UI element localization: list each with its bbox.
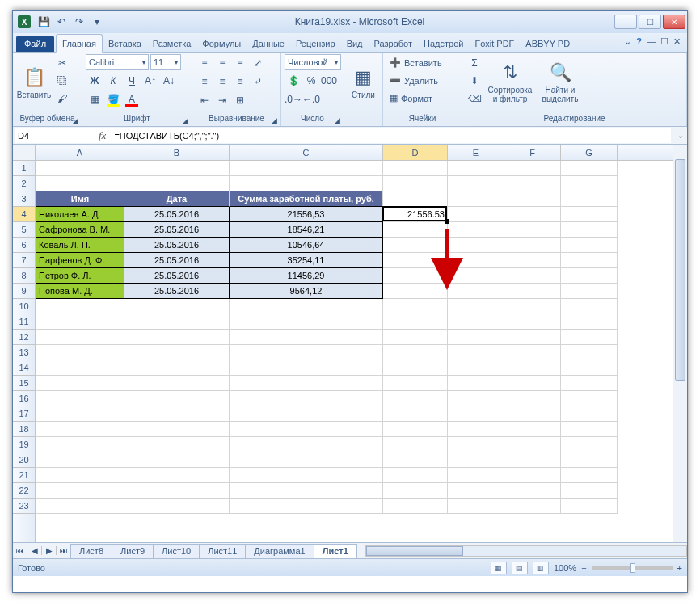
cell-B3[interactable]: Дата [124, 191, 230, 207]
cell-B6[interactable]: 25.05.2016 [124, 238, 230, 253]
cell-E22[interactable] [448, 483, 504, 499]
cell-B18[interactable] [124, 422, 230, 437]
paste-button[interactable]: 📋 Вставить [16, 54, 52, 109]
cell-B22[interactable] [124, 483, 230, 499]
qat-customize[interactable]: ▾ [89, 14, 105, 30]
row-header-2[interactable]: 2 [13, 176, 35, 191]
orientation-button[interactable]: ⤢ [249, 54, 267, 71]
row-header-17[interactable]: 17 [13, 406, 35, 422]
format-painter-button[interactable]: 🖌 [53, 90, 71, 107]
cell-F8[interactable] [504, 268, 561, 284]
increase-indent-button[interactable]: ⇥ [213, 91, 231, 108]
cell-D11[interactable] [383, 314, 448, 330]
row-header-4[interactable]: 4 [13, 207, 35, 222]
cell-E16[interactable] [448, 391, 504, 406]
expand-formula-icon[interactable]: ⌄ [673, 127, 687, 144]
cell-C9[interactable]: 9564,12 [230, 284, 383, 299]
cell-C17[interactable] [230, 406, 383, 422]
cell-D15[interactable] [383, 376, 448, 391]
sheet-tab-Диаграмма1[interactable]: Диаграмма1 [245, 544, 314, 558]
cell-B21[interactable] [124, 468, 230, 483]
qat-undo[interactable]: ↶ [53, 14, 70, 30]
cell-F22[interactable] [504, 483, 561, 499]
fill-handle[interactable] [445, 219, 449, 224]
cell-E19[interactable] [448, 437, 504, 452]
cell-D12[interactable] [383, 330, 448, 345]
cell-A11[interactable] [36, 314, 124, 330]
cell-E17[interactable] [448, 406, 504, 422]
cell-D14[interactable] [383, 360, 448, 376]
cell-G19[interactable] [561, 437, 618, 452]
cell-F11[interactable] [504, 314, 561, 330]
cell-D18[interactable] [383, 422, 448, 437]
cell-B12[interactable] [124, 330, 230, 345]
cell-E7[interactable] [448, 253, 504, 268]
sheet-tab-Лист1[interactable]: Лист1 [314, 544, 357, 558]
cell-E12[interactable] [448, 330, 504, 345]
worksheet-grid[interactable]: ABCDEFG 12345678910111213141516171819202… [13, 145, 687, 542]
cell-C4[interactable]: 21556,53 [230, 207, 383, 222]
cell-B17[interactable] [124, 406, 230, 422]
merge-button[interactable]: ⊞ [231, 91, 249, 108]
vertical-scrollbar[interactable] [673, 145, 687, 542]
cell-F23[interactable] [504, 499, 561, 514]
cell-A21[interactable] [36, 468, 124, 483]
col-header-G[interactable]: G [561, 145, 618, 160]
cell-G7[interactable] [561, 253, 618, 268]
cell-E18[interactable] [448, 422, 504, 437]
launcher-icon[interactable]: ◢ [183, 116, 188, 124]
cell-F21[interactable] [504, 468, 561, 483]
maximize-button[interactable]: ☐ [639, 15, 661, 29]
cell-B14[interactable] [124, 360, 230, 376]
row-header-15[interactable]: 15 [13, 376, 35, 391]
cell-D16[interactable] [383, 391, 448, 406]
cell-C19[interactable] [230, 437, 383, 452]
cell-A10[interactable] [36, 299, 124, 314]
cell-G9[interactable] [561, 284, 618, 299]
cell-A12[interactable] [36, 330, 124, 345]
copy-button[interactable]: ⿻ [53, 72, 71, 89]
col-header-F[interactable]: F [504, 145, 561, 160]
cell-C21[interactable] [230, 468, 383, 483]
pagebreak-view-button[interactable]: ▥ [533, 562, 549, 574]
row-header-11[interactable]: 11 [13, 314, 35, 330]
cell-A14[interactable] [36, 360, 124, 376]
italic-button[interactable]: К [104, 72, 122, 89]
cell-E5[interactable] [448, 222, 504, 238]
doc-max-icon[interactable]: ☐ [660, 36, 668, 47]
row-header-1[interactable]: 1 [13, 161, 35, 176]
cell-F9[interactable] [504, 284, 561, 299]
zoom-in-button[interactable]: + [677, 563, 682, 573]
cell-B16[interactable] [124, 391, 230, 406]
cell-C8[interactable]: 11456,29 [230, 268, 383, 284]
cell-A8[interactable]: Петров Ф. Л. [36, 268, 124, 284]
cell-F14[interactable] [504, 360, 561, 376]
cell-C1[interactable] [230, 161, 383, 176]
col-header-B[interactable]: B [124, 145, 230, 160]
decrease-decimal-button[interactable]: ←.0 [302, 90, 320, 107]
tab-рецензир[interactable]: Рецензир [290, 35, 341, 52]
cell-C14[interactable] [230, 360, 383, 376]
cell-G10[interactable] [561, 299, 618, 314]
cell-C23[interactable] [230, 499, 383, 514]
sheet-nav-next[interactable]: ▶ [42, 546, 57, 555]
cell-E6[interactable] [448, 238, 504, 253]
align-top-button[interactable]: ≡ [196, 54, 213, 71]
cell-D20[interactable] [383, 452, 448, 468]
cell-B9[interactable]: 25.05.2016 [124, 284, 230, 299]
col-header-C[interactable]: C [230, 145, 383, 160]
cell-F12[interactable] [504, 330, 561, 345]
row-header-9[interactable]: 9 [13, 284, 35, 299]
decrease-font-button[interactable]: A↓ [160, 72, 178, 89]
cell-B8[interactable]: 25.05.2016 [124, 268, 230, 284]
cell-C7[interactable]: 35254,11 [230, 253, 383, 268]
row-header-10[interactable]: 10 [13, 299, 35, 314]
doc-close-icon[interactable]: ✕ [673, 36, 681, 47]
cell-F2[interactable] [504, 176, 561, 191]
cell-D10[interactable] [383, 299, 448, 314]
cell-F18[interactable] [504, 422, 561, 437]
align-right-button[interactable]: ≡ [231, 73, 249, 90]
cell-D23[interactable] [383, 499, 448, 514]
normal-view-button[interactable]: ▦ [491, 562, 507, 574]
cell-E13[interactable] [448, 345, 504, 360]
